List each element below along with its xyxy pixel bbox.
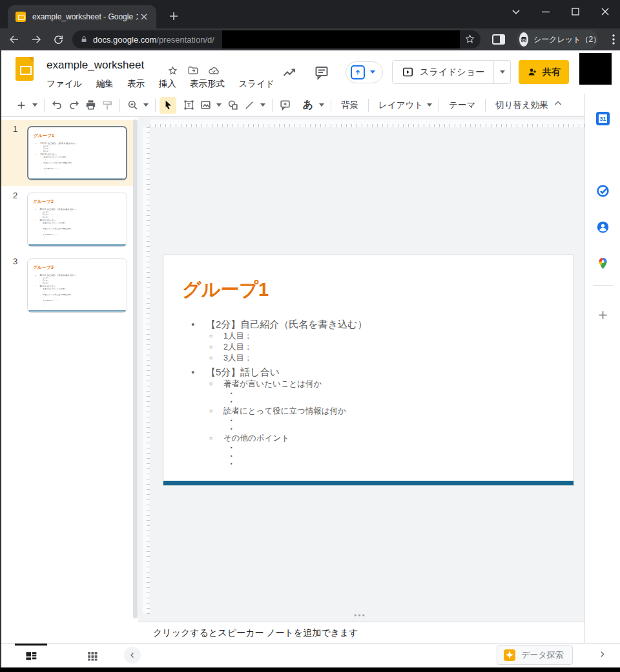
menu-edit[interactable]: 編集	[96, 78, 114, 90]
bullet-level-3: ▪	[183, 417, 563, 425]
menu-insert[interactable]: 挿入	[159, 78, 176, 90]
redo-icon[interactable]	[65, 97, 82, 114]
grid-view-icon[interactable]	[85, 649, 99, 663]
menu-slide[interactable]: スライド	[239, 78, 274, 90]
present-to-meeting-button[interactable]	[346, 61, 383, 83]
window-close-button[interactable]	[595, 4, 615, 19]
account-avatar[interactable]	[579, 53, 612, 85]
activity-trend-icon[interactable]	[281, 64, 298, 81]
app-header: example_worksheet ファイル 編集 表示 挿入 表示形式 スライ…	[0, 50, 620, 94]
new-slide-icon[interactable]	[13, 97, 30, 114]
select-tool-icon[interactable]	[160, 97, 176, 114]
slide-title[interactable]: グループ1	[182, 277, 269, 303]
menu-format[interactable]: 表示形式	[190, 78, 225, 90]
bullet-level-3: ▪	[33, 306, 123, 308]
forward-icon[interactable]	[28, 32, 44, 47]
slide-body[interactable]: ●【2分】自己紹介（氏名を書き込む）○1人目：○2人目：○3人目：●【5分】話し…	[183, 316, 563, 468]
editor-canvas[interactable]: グループ1 ●【2分】自己紹介（氏名を書き込む）○1人目：○2人目：○3人目：●…	[138, 117, 584, 622]
slide-row-2[interactable]: 2 グループ2 ●【2分】自己紹介（氏名を書き込む）○1人目：○2人目：○3人目…	[0, 187, 133, 253]
input-tools-caret[interactable]	[319, 103, 324, 107]
window-maximize-button[interactable]	[566, 4, 585, 19]
expand-side-panel-icon[interactable]	[595, 647, 608, 660]
input-tools-icon[interactable]: あ	[300, 97, 316, 114]
hide-menus-icon[interactable]	[553, 98, 563, 109]
new-slide-caret[interactable]	[32, 103, 37, 107]
cloud-saved-icon[interactable]	[208, 65, 220, 76]
slides-favicon-icon	[16, 12, 26, 22]
insert-shape-icon[interactable]	[224, 97, 241, 114]
slideshow-options-caret[interactable]	[494, 60, 511, 84]
move-folder-icon[interactable]	[187, 65, 199, 76]
print-icon[interactable]	[82, 97, 99, 114]
paint-format-icon[interactable]	[99, 97, 116, 114]
tasks-icon[interactable]	[596, 184, 610, 198]
window-minimize-button[interactable]	[536, 4, 555, 19]
slide-thumbnail-1[interactable]: グループ1 ●【2分】自己紹介（氏名を書き込む）○1人目：○2人目：○3人目：●…	[27, 126, 127, 180]
text-box-icon[interactable]	[180, 97, 197, 114]
current-slide[interactable]: グループ1 ●【2分】自己紹介（氏名を書き込む）○1人目：○2人目：○3人目：●…	[163, 255, 574, 486]
slideshow-label: スライドショー	[420, 67, 484, 78]
slides-logo-icon[interactable]	[16, 57, 34, 81]
bullet-level-3: ▪	[183, 460, 563, 468]
back-icon[interactable]	[6, 32, 22, 47]
incognito-badge[interactable]: シークレット（2）	[517, 30, 598, 49]
undo-icon[interactable]	[48, 97, 65, 114]
google-side-panel: 31	[584, 94, 620, 667]
theme-button[interactable]: テーマ	[443, 100, 481, 111]
filmstrip-view-icon[interactable]	[24, 649, 38, 663]
slide-row-1[interactable]: 1 グループ1 ●【2分】自己紹介（氏名を書き込む）○1人目：○2人目：○3人目…	[0, 120, 133, 186]
bullet-level-3: ▪	[183, 452, 563, 461]
document-title[interactable]: example_worksheet	[46, 59, 144, 72]
comment-history-icon[interactable]	[313, 64, 330, 81]
explore-button[interactable]: データ探索	[497, 645, 573, 665]
insert-line-caret[interactable]	[260, 103, 265, 107]
layout-caret[interactable]	[427, 103, 432, 107]
zoom-icon[interactable]	[124, 97, 141, 114]
slideshow-button[interactable]: スライドショー	[392, 60, 494, 84]
menu-view[interactable]: 表示	[127, 78, 145, 90]
insert-image-icon[interactable]	[197, 97, 214, 114]
add-comment-icon[interactable]	[276, 97, 293, 114]
star-document-icon[interactable]	[167, 65, 178, 76]
filmstrip-scrollbar[interactable]	[133, 120, 138, 618]
share-button[interactable]: 共有	[519, 60, 569, 84]
slide-thumbnail-2[interactable]: グループ2 ●【2分】自己紹介（氏名を書き込む）○1人目：○2人目：○3人目：●…	[27, 193, 127, 247]
slide-row-3[interactable]: 3 グループ3 ●【2分】自己紹介（氏名を書き込む）○1人目：○2人目：○3人目…	[0, 253, 133, 319]
tab-close-icon[interactable]	[138, 11, 150, 23]
window-left-edge	[0, 50, 1, 667]
bullet-level-3: ▪	[33, 240, 123, 242]
zoom-caret[interactable]	[143, 103, 149, 107]
speaker-notes[interactable]: クリックするとスピーカー ノートを追加できます	[138, 622, 584, 643]
side-panel-icon[interactable]	[492, 34, 505, 45]
browser-menu-icon[interactable]	[607, 32, 620, 47]
calendar-icon[interactable]: 31	[596, 112, 610, 125]
transition-button[interactable]: 切り替え効果	[490, 100, 554, 111]
slide-filmstrip: 1 グループ1 ●【2分】自己紹介（氏名を書き込む）○1人目：○2人目：○3人目…	[0, 117, 138, 643]
insert-line-icon[interactable]	[241, 97, 258, 114]
slide-thumbnail-3[interactable]: グループ3 ●【2分】自己紹介（氏名を書き込む）○1人目：○2人目：○3人目：●…	[27, 258, 127, 313]
insert-image-caret[interactable]	[216, 103, 222, 107]
bullet-level-2: ○2人目：	[183, 342, 563, 353]
bookmark-star-icon[interactable]	[464, 34, 475, 45]
bullet-level-3: ▪	[183, 425, 563, 434]
window-chevron-icon[interactable]	[506, 4, 526, 19]
url-bar[interactable]: docs.google.com/presentation/d/	[72, 30, 480, 48]
slide-thumb-face: グループ2 ●【2分】自己紹介（氏名を書き込む）○1人目：○2人目：○3人目：●…	[28, 194, 126, 246]
notes-resize-handle[interactable]: ●●●	[354, 613, 366, 617]
browser-tab[interactable]: example_worksheet - Google スラ	[8, 5, 156, 28]
contacts-icon[interactable]	[596, 220, 610, 234]
reload-icon[interactable]	[50, 32, 66, 47]
browser-address-bar: docs.google.com/presentation/d/ シークレット（2…	[0, 28, 620, 50]
google-slides-window: example_worksheet - Google スラ	[0, 0, 620, 672]
new-tab-button[interactable]	[167, 9, 181, 23]
slide-accent-bar	[163, 481, 574, 485]
bullet-level-3: ▪	[183, 398, 563, 406]
menu-file[interactable]: ファイル	[46, 78, 82, 90]
background-button[interactable]: 背景	[335, 100, 364, 111]
bullet-level-2: ○3人目：	[33, 282, 123, 284]
collapse-filmstrip-icon[interactable]	[124, 647, 141, 664]
layout-button[interactable]: レイアウト	[373, 100, 424, 111]
maps-icon[interactable]	[596, 257, 610, 270]
speaker-notes-placeholder[interactable]: クリックするとスピーカー ノートを追加できます	[153, 622, 358, 644]
add-addon-icon[interactable]	[596, 308, 610, 322]
